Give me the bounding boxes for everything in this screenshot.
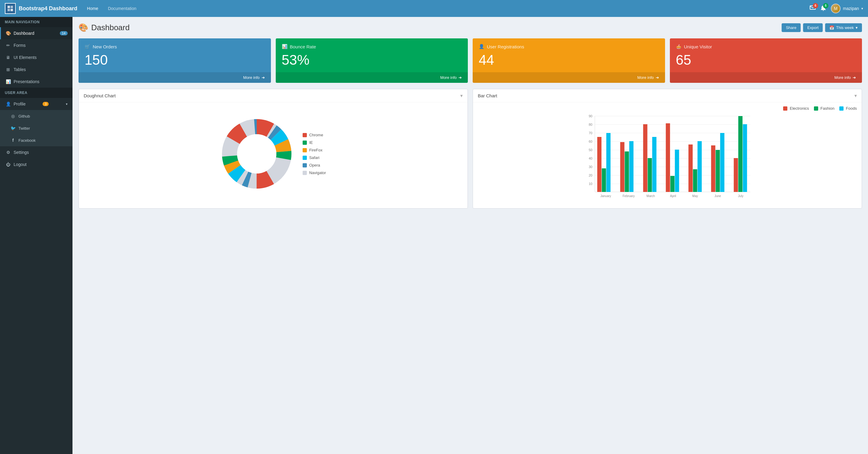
bar-chart-title: Bar Chart: [478, 93, 497, 98]
main-wrapper: Main Navigation 🎨 Dashboard 14 ✏ Forms 🖥…: [0, 17, 868, 454]
export-button[interactable]: Export: [803, 23, 823, 32]
legend-electronics: Electronics: [783, 106, 809, 111]
svg-text:30: 30: [589, 165, 592, 169]
donut-chart-header: Doughnut Chart ▾: [79, 89, 467, 103]
stat-card-title-reg: 👤 User Registrations: [479, 44, 659, 49]
messages-icon-btn[interactable]: 6: [810, 5, 816, 12]
stat-card-footer-visitor[interactable]: More info ➜: [670, 72, 862, 83]
opera-dot: [303, 163, 307, 167]
navigator-label: Navigator: [309, 170, 326, 175]
bar-chart-svg: 90 80 70 60 50 40 30 20 10: [478, 113, 857, 204]
sidebar-item-settings[interactable]: ⚙ Settings: [0, 146, 72, 159]
safari-dot: [303, 156, 307, 160]
main-content: 🎨 Dashboard Share Export 📅 This week ▾ 🛒: [72, 17, 868, 454]
bell-icon-btn[interactable]: 6: [820, 5, 826, 12]
sidebar-item-tables[interactable]: ⊞ Tables: [0, 63, 72, 76]
svg-text:April: April: [670, 194, 676, 198]
bar-legend: Electronics Fashion Foods: [478, 106, 857, 111]
stat-card-title-visitor: 🥧 Unique Visitor: [676, 44, 856, 49]
bar-mar-electronics: [643, 124, 648, 192]
sidebar-item-ui-label: UI Elements: [13, 55, 36, 60]
profile-icon: 👤: [6, 102, 10, 106]
electronics-dot: [783, 106, 787, 111]
stat-card-footer-orders[interactable]: More info ➜: [79, 72, 271, 83]
svg-rect-0: [7, 6, 10, 8]
twitter-label: Twitter: [19, 126, 30, 131]
bell-badge: 6: [823, 3, 829, 8]
svg-text:20: 20: [589, 173, 592, 177]
main-nav-header: Main Navigation: [0, 17, 72, 27]
svg-rect-1: [10, 6, 13, 8]
svg-text:January: January: [600, 194, 611, 198]
bar-jul-foods: [743, 124, 747, 192]
profile-badge: 3: [42, 102, 49, 106]
profile-chevron-icon: ▾: [66, 102, 68, 106]
sidebar-item-profile[interactable]: 👤 Profile 3 ▾: [0, 98, 72, 110]
logout-icon: ⏻: [6, 162, 10, 167]
svg-text:July: July: [738, 194, 744, 198]
donut-legend: Chrome IE FireFox: [303, 133, 326, 175]
stat-card-value-reg: 44: [479, 53, 659, 67]
stat-card-footer-reg[interactable]: More info ➜: [473, 72, 665, 83]
bar-jan-electronics: [597, 137, 601, 192]
svg-rect-3: [10, 9, 13, 11]
bar-dropdown-icon[interactable]: ▾: [855, 93, 857, 98]
stat-card-title-bounce: 📊 Bounce Rate: [282, 44, 462, 49]
bar-jan-fashion: [602, 168, 606, 192]
svg-text:60: 60: [589, 140, 592, 143]
stat-card-value-bounce: 53%: [282, 53, 462, 67]
electronics-label: Electronics: [790, 106, 809, 111]
svg-text:70: 70: [589, 131, 592, 135]
sidebar-item-github[interactable]: ◎ Github: [0, 110, 72, 122]
navbar-nav: Home Documentation: [85, 5, 139, 12]
settings-label: Settings: [13, 150, 29, 155]
sidebar-item-dashboard-label: Dashboard: [13, 31, 34, 36]
sidebar-item-logout[interactable]: ⏻ Logout: [0, 159, 72, 170]
visitor-icon: 🥧: [676, 44, 682, 49]
bar-jun-fashion: [716, 150, 720, 192]
legend-fashion: Fashion: [814, 106, 835, 111]
nav-home[interactable]: Home: [85, 5, 100, 12]
stat-card-value-visitor: 65: [676, 53, 856, 67]
ie-label: IE: [309, 140, 313, 145]
svg-rect-2: [7, 9, 10, 11]
sidebar-item-ui-elements[interactable]: 🖥 UI Elements: [0, 51, 72, 63]
navigator-dot: [303, 171, 307, 175]
donut-svg: [220, 118, 293, 190]
username: mazipan: [843, 6, 859, 11]
legend-opera: Opera: [303, 163, 326, 167]
navbar-brand[interactable]: Bootstrap4 Dashboard: [5, 3, 77, 14]
profile-submenu: ◎ Github 🐦 Twitter f Facebook: [0, 110, 72, 146]
user-menu[interactable]: M mazipan ▾: [831, 4, 863, 13]
github-icon: ◎: [10, 114, 16, 118]
sidebar-item-facebook[interactable]: f Facebook: [0, 134, 72, 146]
nav-docs[interactable]: Documentation: [105, 5, 138, 12]
stat-card-unique-visitor: 🥧 Unique Visitor 65 More info ➜: [670, 38, 862, 83]
donut-dropdown-icon[interactable]: ▾: [460, 93, 463, 98]
date-filter-button[interactable]: 📅 This week ▾: [825, 23, 862, 32]
donut-container: Chrome IE FireFox: [84, 118, 463, 190]
sidebar-item-dashboard[interactable]: 🎨 Dashboard 14: [0, 27, 72, 39]
sidebar-item-twitter[interactable]: 🐦 Twitter: [0, 122, 72, 134]
reg-icon: 👤: [479, 44, 485, 49]
bar-jun-foods: [720, 133, 724, 192]
bar-may-foods: [698, 141, 702, 192]
sidebar-item-forms[interactable]: ✏ Forms: [0, 39, 72, 51]
stat-card-footer-bounce[interactable]: More info ➜: [276, 72, 468, 83]
github-label: Github: [19, 114, 30, 118]
sidebar-item-presentations[interactable]: 📊 Presentations: [0, 76, 72, 88]
page-title-text: Dashboard: [91, 23, 130, 32]
svg-text:June: June: [715, 194, 721, 198]
dashboard-badge: 14: [60, 31, 68, 35]
facebook-label: Facebook: [19, 138, 36, 143]
bar-chart-body: Electronics Fashion Foods: [473, 103, 862, 208]
bar-apr-fashion: [671, 176, 675, 192]
share-button[interactable]: Share: [782, 23, 801, 32]
date-chevron-icon: ▾: [856, 25, 858, 30]
stat-card-value-orders: 150: [85, 53, 265, 67]
bar-apr-foods: [675, 150, 679, 192]
logout-label: Logout: [13, 162, 27, 167]
bar-may-electronics: [689, 144, 693, 192]
page-title: 🎨 Dashboard: [79, 23, 130, 32]
sidebar-item-tables-label: Tables: [13, 67, 26, 72]
